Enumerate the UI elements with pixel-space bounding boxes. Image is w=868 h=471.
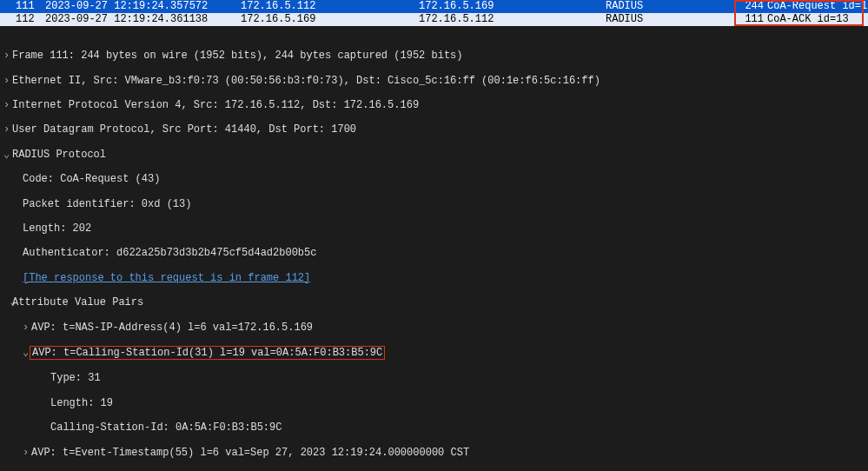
csid-length[interactable]: Length: 19 <box>3 397 868 409</box>
tree-row[interactable]: ›Ethernet II, Src: VMware_b3:f0:73 (00:5… <box>3 75 868 87</box>
col-source: 172.16.5.112 <box>241 0 419 13</box>
col-length: 244 <box>736 0 764 13</box>
radius-length[interactable]: Length: 202 <box>3 222 868 235</box>
col-info: CoA-ACK id=13 <box>764 13 868 26</box>
col-length: 111 <box>736 13 764 26</box>
caret-down-icon: ⌄ <box>3 347 31 359</box>
tree-row[interactable]: ›AVP: t=Event-Timestamp(55) l=6 val=Sep … <box>3 447 868 459</box>
tree-row[interactable]: ›User Datagram Protocol, Src Port: 41440… <box>3 123 868 136</box>
col-no: 112 <box>0 13 45 26</box>
avp-calling-station-id: AVP: t=Calling-Station-Id(31) l=19 val=0… <box>30 346 385 360</box>
response-link[interactable]: [The response to this request is in fram… <box>23 272 310 284</box>
caret-down-icon: ⌄ <box>3 296 12 308</box>
caret-down-icon: ⌄ <box>3 149 12 161</box>
caret-right-icon: › <box>3 99 12 111</box>
caret-right-icon: › <box>3 447 31 459</box>
tree-row[interactable]: ⌄Attribute Value Pairs <box>3 296 868 308</box>
csid-value[interactable]: Calling-Station-Id: 0A:5A:F0:B3:B5:9C <box>3 421 868 434</box>
radius-auth[interactable]: Authenticator: d622a25b73d3b2b475cf5d4ad… <box>3 247 868 259</box>
tree-row[interactable]: ›Internet Protocol Version 4, Src: 172.1… <box>3 99 868 111</box>
col-dest: 172.16.5.169 <box>419 0 606 13</box>
tree-row[interactable]: ⌄RADIUS Protocol <box>3 149 868 161</box>
caret-right-icon: › <box>3 50 12 62</box>
radius-summary: RADIUS Protocol <box>12 149 106 161</box>
col-time: 2023-09-27 12:19:24.361138 <box>45 13 241 26</box>
caret-right-icon: › <box>3 75 12 87</box>
tree-row[interactable]: ›AVP: t=NAS-IP-Address(4) l=6 val=172.16… <box>3 322 868 334</box>
avp-nas-ip: AVP: t=NAS-IP-Address(4) l=6 val=172.16.… <box>31 322 313 334</box>
frame-summary: Frame 111: 244 bytes on wire (1952 bits)… <box>12 50 462 62</box>
packet-row[interactable]: 112 2023-09-27 12:19:24.361138 172.16.5.… <box>0 13 868 26</box>
tree-row[interactable]: ⌄AVP: t=Calling-Station-Id(31) l=19 val=… <box>3 346 868 360</box>
col-no: 111 <box>0 0 45 13</box>
ethernet-summary: Ethernet II, Src: VMware_b3:f0:73 (00:50… <box>12 75 600 87</box>
col-source: 172.16.5.169 <box>241 13 419 26</box>
udp-summary: User Datagram Protocol, Src Port: 41440,… <box>12 123 356 136</box>
radius-pktid[interactable]: Packet identifier: 0xd (13) <box>3 198 868 210</box>
csid-type[interactable]: Type: 31 <box>3 372 868 384</box>
ip-summary: Internet Protocol Version 4, Src: 172.16… <box>12 99 419 111</box>
avp-header: Attribute Value Pairs <box>12 296 143 308</box>
radius-code[interactable]: Code: CoA-Request (43) <box>3 173 868 185</box>
packet-details: ›Frame 111: 244 bytes on wire (1952 bits… <box>0 37 868 471</box>
tree-row[interactable]: ›Frame 111: 244 bytes on wire (1952 bits… <box>3 50 868 62</box>
packet-row[interactable]: 111 2023-09-27 12:19:24.357572 172.16.5.… <box>0 0 868 13</box>
col-time: 2023-09-27 12:19:24.357572 <box>45 0 241 13</box>
caret-right-icon: › <box>3 123 12 136</box>
packet-list: 111 2023-09-27 12:19:24.357572 172.16.5.… <box>0 0 868 26</box>
caret-right-icon: › <box>3 322 31 334</box>
col-protocol: RADIUS <box>606 0 736 13</box>
col-info: CoA-Request id=13 <box>764 0 868 13</box>
avp-event-timestamp: AVP: t=Event-Timestamp(55) l=6 val=Sep 2… <box>31 447 469 459</box>
col-dest: 172.16.5.112 <box>419 13 606 26</box>
col-protocol: RADIUS <box>606 13 736 26</box>
